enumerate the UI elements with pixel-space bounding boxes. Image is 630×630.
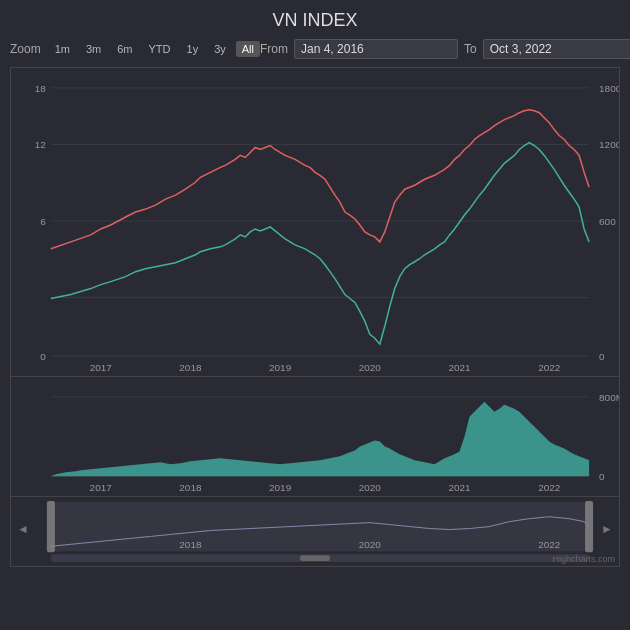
svg-text:800M: 800M <box>599 392 619 403</box>
svg-text:0: 0 <box>599 471 605 482</box>
zoom-section: Zoom 1m 3m 6m YTD 1y 3y All <box>10 41 260 57</box>
date-range-section: From To <box>260 39 630 59</box>
zoom-btn-3m[interactable]: 3m <box>80 41 107 57</box>
svg-text:2021: 2021 <box>448 362 471 373</box>
zoom-btn-6m[interactable]: 6m <box>111 41 138 57</box>
svg-text:6: 6 <box>40 216 46 227</box>
svg-text:2017: 2017 <box>90 482 113 493</box>
svg-text:2022: 2022 <box>538 539 561 550</box>
zoom-btn-1m[interactable]: 1m <box>49 41 76 57</box>
navigator-chart[interactable]: ◄ ► 2018 2020 2022 Highcharts.com <box>10 497 620 567</box>
from-date-input[interactable] <box>294 39 458 59</box>
zoom-label: Zoom <box>10 42 41 56</box>
svg-rect-34 <box>300 555 330 561</box>
zoom-btn-ytd[interactable]: YTD <box>143 41 177 57</box>
controls-bar: Zoom 1m 3m 6m YTD 1y 3y All From To <box>10 39 620 59</box>
zoom-btn-all[interactable]: All <box>236 41 260 57</box>
main-chart-svg: 18 12 6 0 1800 1200 600 0 2017 2018 2019… <box>11 68 619 376</box>
svg-text:2022: 2022 <box>538 362 561 373</box>
zoom-btn-1y[interactable]: 1y <box>181 41 205 57</box>
svg-text:600: 600 <box>599 216 616 227</box>
svg-text:2018: 2018 <box>179 362 202 373</box>
from-label: From <box>260 42 288 56</box>
svg-text:2022: 2022 <box>538 482 561 493</box>
svg-text:►: ► <box>601 523 613 537</box>
volume-chart: 800M 0 2017 2018 2019 2020 2021 2022 <box>10 377 620 497</box>
svg-text:18: 18 <box>35 83 47 94</box>
svg-text:2020: 2020 <box>359 539 382 550</box>
navigator-svg: ◄ ► 2018 2020 2022 <box>11 497 619 566</box>
attribution: Highcharts.com <box>552 554 615 564</box>
svg-text:0: 0 <box>599 351 605 362</box>
svg-text:2020: 2020 <box>359 482 382 493</box>
svg-text:2021: 2021 <box>448 482 471 493</box>
svg-text:2019: 2019 <box>269 482 292 493</box>
svg-rect-30 <box>51 502 589 551</box>
zoom-btn-3y[interactable]: 3y <box>208 41 232 57</box>
main-chart: 18 12 6 0 1800 1200 600 0 2017 2018 2019… <box>10 67 620 377</box>
svg-text:◄: ◄ <box>17 523 29 537</box>
svg-marker-23 <box>51 402 589 476</box>
chart-title: VN INDEX <box>10 10 620 31</box>
svg-text:2019: 2019 <box>269 362 292 373</box>
volume-chart-svg: 800M 0 2017 2018 2019 2020 2021 2022 <box>11 377 619 496</box>
svg-rect-31 <box>47 501 55 552</box>
to-date-input[interactable] <box>483 39 630 59</box>
svg-text:12: 12 <box>35 139 47 150</box>
svg-text:1200: 1200 <box>599 139 619 150</box>
to-label: To <box>464 42 477 56</box>
svg-text:2020: 2020 <box>359 362 382 373</box>
svg-text:1800: 1800 <box>599 83 619 94</box>
svg-text:2017: 2017 <box>90 362 113 373</box>
svg-text:0: 0 <box>40 351 46 362</box>
svg-text:2018: 2018 <box>179 482 202 493</box>
chart-area: 18 12 6 0 1800 1200 600 0 2017 2018 2019… <box>10 67 620 625</box>
svg-rect-32 <box>585 501 593 552</box>
svg-text:2018: 2018 <box>179 539 202 550</box>
